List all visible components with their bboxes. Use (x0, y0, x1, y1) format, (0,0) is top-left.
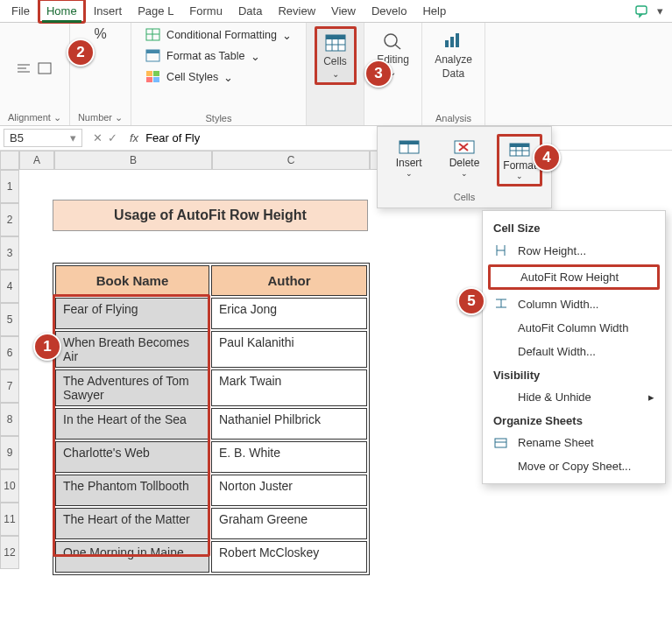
conditional-formatting-button[interactable]: Conditional Formatting ⌄ (144, 26, 294, 44)
header-book[interactable]: Book Name (55, 265, 209, 296)
conditional-formatting-icon (145, 28, 161, 42)
menu-insert[interactable]: Insert (86, 0, 131, 23)
formula-bar: B5▾ ✕ ✓ fx (0, 126, 672, 151)
cell-book[interactable]: One Morning in Maine (55, 541, 209, 573)
col-header-c[interactable]: C (212, 151, 370, 170)
menu-move-copy-sheet[interactable]: Move or Copy Sheet... (483, 454, 665, 478)
cell-author[interactable]: Paul Kalanithi (211, 331, 367, 368)
table-row: Charlotte's WebE. B. White (55, 441, 367, 473)
delete-cells-button[interactable]: Delete⌄ (442, 134, 487, 186)
group-analysis: Analyze Data Analysis (422, 23, 485, 125)
find-icon (380, 31, 405, 52)
menu-data[interactable]: Data (230, 0, 270, 23)
cell-author[interactable]: Erica Jong (211, 298, 367, 329)
callout-5: 5 (457, 287, 485, 315)
analyze-data-button[interactable]: Analyze Data (428, 26, 478, 84)
menu-default-width[interactable]: Default Width... (483, 340, 665, 363)
cell-book[interactable]: Fear of Flying (55, 298, 209, 329)
cell-author[interactable]: Mark Twain (211, 369, 367, 406)
cells-dropdown: Insert⌄ Delete⌄ Format⌄ Cells (377, 126, 552, 208)
rename-icon (493, 437, 509, 449)
context-organize: Organize Sheets (483, 409, 665, 431)
svg-rect-41 (495, 439, 506, 447)
wrap-icon[interactable] (37, 61, 54, 75)
context-visibility: Visibility (483, 363, 665, 385)
row-header-10[interactable]: 10 (0, 469, 19, 503)
row-header-9[interactable]: 9 (0, 436, 19, 469)
menu-help[interactable]: Help (414, 0, 454, 23)
row-header-12[interactable]: 12 (0, 536, 19, 569)
menu-review[interactable]: Review (270, 0, 323, 23)
group-alignment: Alignment ⌄ (0, 23, 70, 125)
menu-bar: File Home Insert Page L Formu Data Revie… (0, 0, 672, 23)
table-row: One Morning in MaineRobert McCloskey (55, 541, 367, 573)
cell-book[interactable]: The Heart of the Matter (55, 508, 209, 539)
cell-author[interactable]: E. B. White (211, 441, 367, 473)
cancel-icon[interactable]: ✕ (93, 131, 103, 144)
menu-rename-sheet[interactable]: Rename Sheet (483, 431, 665, 454)
menu-home[interactable]: Home (38, 0, 86, 24)
table-row: The Heart of the MatterGraham Greene (55, 508, 367, 539)
table-row: The Adventures of Tom SawyerMark Twain (55, 369, 367, 406)
group-styles: Conditional Formatting ⌄ Format as Table… (131, 23, 307, 125)
cell-author[interactable]: Nathaniel Philbrick (211, 408, 367, 440)
menu-autofit-column-width[interactable]: AutoFit Column Width (483, 316, 665, 340)
insert-cells-button[interactable]: Insert⌄ (386, 134, 432, 186)
svg-rect-9 (146, 50, 159, 53)
fx-icon[interactable]: fx (124, 131, 144, 144)
enter-icon[interactable]: ✓ (108, 131, 117, 144)
menu-row-height[interactable]: Row Height... (483, 238, 665, 263)
row-header-6[interactable]: 6 (0, 336, 19, 369)
alignment-icon[interactable] (16, 61, 33, 75)
cells-button[interactable]: Cells ⌄ (315, 26, 357, 85)
cell-book[interactable]: In the Heart of the Sea (55, 408, 209, 440)
col-header-b[interactable]: B (54, 151, 212, 170)
menu-autofit-row-height[interactable]: AutoFit Row Height (488, 264, 660, 290)
comments-icon[interactable] (634, 4, 650, 18)
menu-file[interactable]: File (4, 0, 38, 23)
row-header-5[interactable]: 5 (0, 303, 19, 336)
svg-rect-4 (39, 63, 51, 74)
name-box[interactable]: B5▾ (4, 129, 82, 147)
svg-rect-12 (146, 77, 152, 82)
cell-book[interactable]: The Adventures of Tom Sawyer (55, 369, 209, 406)
row-header-4[interactable]: 4 (0, 270, 19, 303)
menu-formulas[interactable]: Formu (181, 0, 230, 23)
percent-icon[interactable]: % (94, 26, 106, 42)
sheet-title-cell[interactable]: Usage of AutoFit Row Height (53, 200, 368, 231)
menu-page-layout[interactable]: Page L (130, 0, 181, 23)
row-header-11[interactable]: 11 (0, 503, 19, 536)
cell-book[interactable]: The Phantom Tollbooth (55, 475, 209, 506)
svg-point-19 (385, 34, 397, 46)
menu-column-width[interactable]: Column Width... (483, 292, 665, 316)
cell-author[interactable]: Norton Juster (211, 475, 367, 506)
menu-developer[interactable]: Develo (364, 0, 414, 23)
group-cells: Cells ⌄ (307, 23, 364, 125)
format-as-table-icon (145, 49, 161, 63)
svg-rect-13 (153, 77, 159, 82)
cell-book[interactable]: Charlotte's Web (55, 441, 209, 473)
cell-styles-icon (145, 70, 161, 84)
cell-author[interactable]: Robert McCloskey (211, 541, 367, 573)
row-header-8[interactable]: 8 (0, 403, 19, 436)
table-row: The Phantom TollboothNorton Juster (55, 475, 367, 506)
row-header-1[interactable]: 1 (0, 170, 19, 203)
ribbon: Alignment ⌄ % Number ⌄ Conditional Forma… (0, 23, 672, 126)
cell-author[interactable]: Graham Greene (211, 508, 367, 539)
callout-4: 4 (533, 144, 561, 172)
header-author[interactable]: Author (211, 265, 367, 296)
format-icon (506, 140, 533, 159)
cell-book[interactable]: When Breath Becomes Air (55, 331, 209, 368)
select-all-corner[interactable] (0, 151, 19, 170)
share-icon[interactable]: ▾ (657, 4, 663, 18)
row-header-2[interactable]: 2 (0, 203, 19, 236)
row-header-7[interactable]: 7 (0, 369, 19, 403)
table-row: When Breath Becomes AirPaul Kalanithi (55, 331, 367, 368)
column-width-icon (493, 297, 509, 311)
menu-view[interactable]: View (323, 0, 364, 23)
format-as-table-button[interactable]: Format as Table ⌄ (144, 47, 294, 65)
col-header-a[interactable]: A (19, 151, 54, 170)
cell-styles-button[interactable]: Cell Styles ⌄ (144, 68, 294, 86)
menu-hide-unhide[interactable]: Hide & Unhide▸ (483, 385, 665, 409)
row-header-3[interactable]: 3 (0, 236, 19, 270)
